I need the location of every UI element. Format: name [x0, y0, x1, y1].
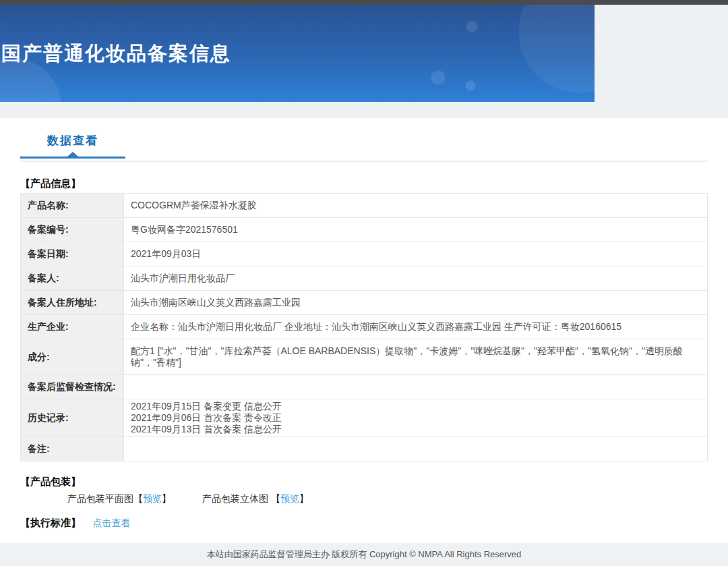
- tab-data-view-label: 数据查看: [47, 134, 98, 147]
- table-row: 成分:配方1 ["水"，"甘油"，"库拉索芦荟（ALOE BARBADENSIS…: [21, 339, 708, 375]
- preview-link[interactable]: 预览: [143, 493, 162, 504]
- row-value: 汕头市沪潮日用化妆品厂: [124, 266, 708, 291]
- product-info-table: 产品名称:COCOGRM芦荟保湿补水凝胶备案编号:粤G妆网备字202157650…: [20, 193, 708, 461]
- footer: 本站由国家药品监督管理局主办 版权所有 Copyright © NMPA All…: [0, 543, 728, 566]
- table-row: 产品名称:COCOGRM芦荟保湿补水凝胶: [21, 194, 708, 218]
- row-value: 企业名称：汕头市沪潮日用化妆品厂 企业地址：汕头市潮南区峡山义英义西路嘉露工业园…: [124, 315, 708, 339]
- row-value: 2021年09月15日 备案变更 信息公开 2021年09月06日 首次备案 责…: [124, 399, 708, 437]
- standard-view-link[interactable]: 点击查看: [92, 517, 130, 528]
- row-label: 备案编号:: [21, 218, 124, 242]
- packaging-item-label: 产品包装立体图: [202, 493, 271, 504]
- tab-active-caret-icon: [67, 152, 78, 157]
- packaging-heading: 【产品包装】: [20, 476, 708, 487]
- page: 国产普通化妆品备案信息 数据查看 【产品信息】 产品名称:COCOGRM芦荟保湿…: [0, 0, 728, 566]
- bracket-close: 】: [162, 493, 171, 504]
- row-value: 汕头市潮南区峡山义英义西路嘉露工业园: [124, 291, 708, 315]
- packaging-item-label: 产品包装平面图: [67, 493, 133, 504]
- standard-heading: 【执行标准】: [20, 517, 81, 528]
- row-value: 2021年09月03日: [124, 242, 708, 266]
- row-label: 生产企业:: [21, 315, 124, 339]
- row-value: COCOGRM芦荟保湿补水凝胶: [124, 194, 708, 218]
- table-row: 备注:: [21, 437, 708, 461]
- table-row: 备案人:汕头市沪潮日用化妆品厂: [21, 266, 708, 291]
- table-row: 备案后监督检查情况:: [21, 375, 708, 399]
- row-label: 成分:: [21, 339, 124, 375]
- row-value: [124, 375, 708, 399]
- bracket-open: 【: [133, 493, 143, 504]
- table-row: 备案人住所地址:汕头市潮南区峡山义英义西路嘉露工业园: [21, 291, 708, 315]
- table-row: 历史记录:2021年09月15日 备案变更 信息公开 2021年09月06日 首…: [21, 399, 708, 437]
- table-row: 备案日期:2021年09月03日: [21, 242, 708, 266]
- packaging-items: 产品包装平面图【预览】产品包装立体图 【预览】: [67, 493, 708, 505]
- row-value: 配方1 ["水"，"甘油"，"库拉索芦荟（ALOE BARBADENSIS）提取…: [124, 339, 708, 375]
- product-info-heading: 【产品信息】: [20, 177, 708, 189]
- row-label: 备案人:: [21, 266, 124, 291]
- row-label: 备案后监督检查情况:: [21, 375, 124, 399]
- tab-bar: 数据查看: [20, 118, 708, 162]
- table-row: 生产企业:企业名称：汕头市沪潮日用化妆品厂 企业地址：汕头市潮南区峡山义英义西路…: [21, 315, 708, 339]
- content: 数据查看 【产品信息】 产品名称:COCOGRM芦荟保湿补水凝胶备案编号:粤G妆…: [0, 118, 728, 530]
- row-label: 备注:: [21, 437, 124, 461]
- product-info-table-body: 产品名称:COCOGRM芦荟保湿补水凝胶备案编号:粤G妆网备字202157650…: [21, 194, 708, 461]
- standard-row: 【执行标准】 点击查看: [20, 517, 708, 530]
- row-label: 产品名称:: [21, 194, 124, 218]
- bracket-open: 【: [271, 493, 280, 504]
- row-value: 粤G妆网备字2021576501: [124, 218, 708, 242]
- page-title: 国产普通化妆品备案信息: [0, 5, 595, 67]
- packaging-item: 产品包装平面图【预览】: [67, 493, 171, 504]
- packaging-item: 产品包装立体图 【预览】: [202, 493, 309, 504]
- footer-text: 本站由国家药品监督管理局主办 版权所有 Copyright © NMPA All…: [207, 549, 522, 559]
- row-label: 历史记录:: [21, 399, 124, 437]
- bracket-close: 】: [299, 493, 309, 504]
- row-label: 备案日期:: [21, 242, 124, 266]
- row-label: 备案人住所地址:: [21, 291, 124, 315]
- preview-link[interactable]: 预览: [280, 493, 299, 504]
- table-row: 备案编号:粤G妆网备字2021576501: [21, 218, 708, 242]
- top-strip: [0, 0, 728, 5]
- banner: 国产普通化妆品备案信息: [0, 5, 595, 102]
- hero-band: 国产普通化妆品备案信息: [0, 5, 728, 118]
- tab-data-view[interactable]: 数据查看: [20, 134, 125, 159]
- row-value: [124, 437, 708, 461]
